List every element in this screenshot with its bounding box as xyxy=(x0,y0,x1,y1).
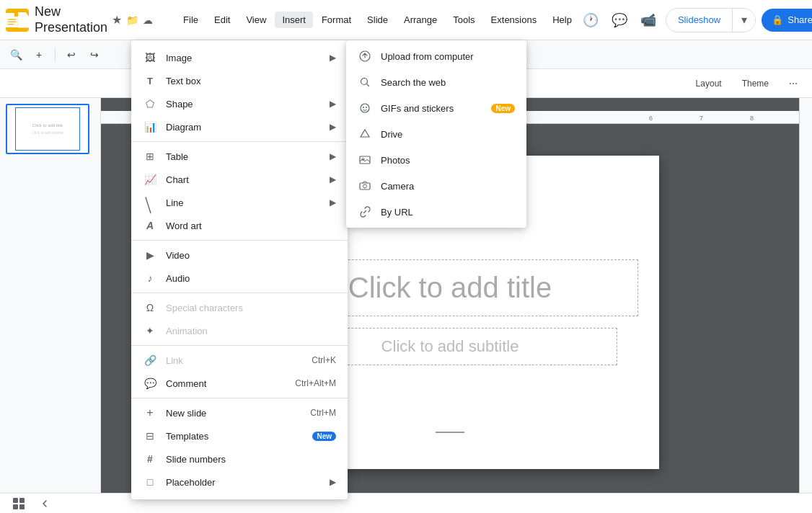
slideshow-dropdown-button[interactable]: ▾ xyxy=(732,9,755,32)
new-slide-shortcut: Ctrl+M xyxy=(310,408,336,418)
submenu-search-web[interactable]: Search the web xyxy=(346,69,526,95)
submenu-camera[interactable]: Camera xyxy=(346,173,526,199)
insert-menu-section-5: 🔗 Link Ctrl+K 💬 Comment Ctrl+Alt+M xyxy=(131,346,348,398)
camera-icon[interactable]: 📹 xyxy=(637,9,660,32)
menu-line-label: Line xyxy=(166,197,324,208)
slides-panel: 1 Click to add title Click to add subtit… xyxy=(0,98,101,513)
photos-icon xyxy=(358,153,372,167)
menu-help[interactable]: Help xyxy=(545,12,579,28)
menu-item-line[interactable]: ╱ Line ▶ xyxy=(131,191,348,214)
menu-item-link: 🔗 Link Ctrl+K xyxy=(131,349,348,372)
menu-image-label: Image xyxy=(166,53,324,63)
ruler-right xyxy=(799,98,812,513)
menu-item-textbox[interactable]: T Text box xyxy=(131,69,348,92)
shape-icon: ⬠ xyxy=(143,97,157,111)
menu-diagram-label: Diagram xyxy=(166,122,324,133)
submenu-search-web-label: Search the web xyxy=(381,77,515,88)
slide-thumb-1[interactable]: 1 Click to add title Click to add subtit… xyxy=(6,104,89,154)
templates-badge: New xyxy=(312,432,336,441)
menu-item-image[interactable]: 🖼 Image ▶ xyxy=(131,46,348,69)
layout-tab[interactable]: Layout xyxy=(687,76,731,92)
svg-point-11 xyxy=(366,107,367,108)
special-chars-icon: Ω xyxy=(143,300,157,315)
menu-slide[interactable]: Slide xyxy=(360,12,395,28)
table-icon: ⊞ xyxy=(143,149,157,164)
submenu-photos-label: Photos xyxy=(381,155,515,166)
menu-special-chars-label: Special characters xyxy=(166,303,336,313)
diagram-icon: 📊 xyxy=(143,120,157,134)
menu-file[interactable]: File xyxy=(176,12,206,28)
menu-item-video[interactable]: ▶ Video xyxy=(131,244,348,267)
history-icon[interactable]: 🕐 xyxy=(579,9,602,32)
menu-arrange[interactable]: Arrange xyxy=(397,12,444,28)
menu-view[interactable]: View xyxy=(239,12,273,28)
svg-rect-0 xyxy=(8,19,17,19)
menu-item-chart[interactable]: 📈 Chart ▶ xyxy=(131,168,348,191)
menu-item-special-chars: Ω Special characters xyxy=(131,296,348,319)
folder-icon[interactable]: 📁 xyxy=(126,14,138,26)
menu-placeholder-label: Placeholder xyxy=(166,477,324,488)
svg-point-10 xyxy=(363,107,364,108)
menu-item-slide-numbers[interactable]: # Slide numbers xyxy=(131,447,348,470)
menu-format[interactable]: Format xyxy=(314,12,358,28)
svg-rect-2 xyxy=(8,24,14,24)
submenu-url[interactable]: By URL xyxy=(346,199,526,225)
search-web-icon xyxy=(358,75,372,89)
right-controls: 🕐 💬 📹 Slideshow ▾ 🔒 Share ▾ A xyxy=(579,8,812,32)
link-shortcut: Ctrl+K xyxy=(312,355,336,365)
chart-arrow-icon: ▶ xyxy=(330,174,336,184)
insert-menu-section-4: Ω Special characters ✦ Animation xyxy=(131,293,348,346)
share-button[interactable]: 🔒 Share xyxy=(762,10,812,30)
submenu-photos[interactable]: Photos xyxy=(346,147,526,173)
menu-item-table[interactable]: ⊞ Table ▶ xyxy=(131,145,348,168)
menu-item-comment[interactable]: 💬 Comment Ctrl+Alt+M xyxy=(131,372,348,395)
toolbar-divider-1 xyxy=(55,48,56,62)
menu-edit[interactable]: Edit xyxy=(207,12,237,28)
sidebar-toggle-button[interactable] xyxy=(35,494,55,514)
theme-tab[interactable]: Theme xyxy=(733,76,777,92)
submenu-upload[interactable]: Upload from computer xyxy=(346,43,526,69)
svg-point-9 xyxy=(361,104,369,112)
redo-button[interactable]: ↪ xyxy=(84,45,105,65)
menu-audio-label: Audio xyxy=(166,273,336,284)
insert-menu-section-3: ▶ Video ♪ Audio xyxy=(131,241,348,293)
menu-slide-numbers-label: Slide numbers xyxy=(166,454,336,465)
menu-textbox-label: Text box xyxy=(166,76,336,86)
slideshow-button[interactable]: Slideshow xyxy=(666,10,732,30)
svg-rect-17 xyxy=(19,498,25,503)
star-icon[interactable]: ★ xyxy=(112,13,122,27)
shape-arrow-icon: ▶ xyxy=(330,99,336,109)
search-button[interactable]: 🔍 xyxy=(6,45,26,65)
menu-wordart-label: Word art xyxy=(166,220,336,231)
submenu-gifs-label: GIFs and stickers xyxy=(381,103,485,114)
gifs-badge: New xyxy=(491,104,515,113)
slides-grid-button[interactable] xyxy=(9,494,29,514)
app-logo[interactable] xyxy=(6,9,29,32)
menu-item-diagram[interactable]: 📊 Diagram ▶ xyxy=(131,115,348,138)
line-icon: ╱ xyxy=(140,192,160,213)
menu-item-templates[interactable]: ⊟ Templates New xyxy=(131,424,348,447)
comment-icon[interactable]: 💬 xyxy=(608,9,631,32)
slideshow-button-group: Slideshow ▾ xyxy=(666,8,756,32)
menu-item-wordart[interactable]: A Word art xyxy=(131,214,348,237)
menu-item-audio[interactable]: ♪ Audio xyxy=(131,267,348,290)
submenu-drive[interactable]: Drive xyxy=(346,121,526,147)
submenu-drive-label: Drive xyxy=(381,129,515,140)
menu-insert[interactable]: Insert xyxy=(275,12,313,28)
undo-button[interactable]: ↩ xyxy=(61,45,81,65)
menu-item-placeholder[interactable]: □ Placeholder ▶ xyxy=(131,470,348,494)
line-arrow-icon: ▶ xyxy=(330,197,336,208)
image-arrow-icon: ▶ xyxy=(330,53,336,63)
add-button[interactable]: + xyxy=(29,45,49,65)
doc-title[interactable]: New Presentation xyxy=(35,4,107,35)
menu-item-shape[interactable]: ⬠ Shape ▶ xyxy=(131,92,348,115)
menu-tools[interactable]: Tools xyxy=(446,12,482,28)
svg-text:6: 6 xyxy=(649,115,653,122)
menu-item-new-slide[interactable]: + New slide Ctrl+M xyxy=(131,401,348,424)
menu-extensions[interactable]: Extensions xyxy=(484,12,544,28)
more-options-button[interactable]: ⋯ xyxy=(780,76,806,92)
insert-menu-section-2: ⊞ Table ▶ 📈 Chart ▶ ╱ Line ▶ A Word art xyxy=(131,142,348,241)
share-button-group: 🔒 Share ▾ xyxy=(762,9,812,32)
submenu-gifs[interactable]: GIFs and stickers New xyxy=(346,95,526,121)
cloud-icon[interactable]: ☁ xyxy=(143,14,153,26)
